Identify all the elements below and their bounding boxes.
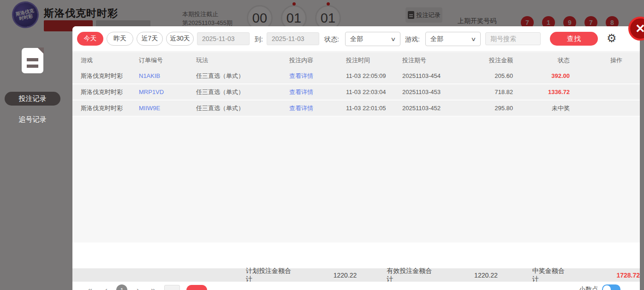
page-jump-input[interactable] bbox=[164, 285, 180, 290]
cell-issue: 20251103-454 bbox=[402, 72, 488, 79]
cell-issue: 20251103-453 bbox=[402, 89, 488, 95]
cell-issue: 20251103-452 bbox=[402, 105, 488, 112]
prev-page-button[interactable]: ‹ bbox=[101, 285, 111, 290]
planned-total-value: 1220.22 bbox=[333, 272, 357, 279]
cell-time: 11-03 22:03:04 bbox=[346, 89, 402, 95]
chevron-down-icon: ∨ bbox=[471, 36, 476, 42]
date-from-input[interactable] bbox=[197, 32, 250, 45]
sidebar-item-chase-records[interactable]: 追号记录 bbox=[5, 112, 60, 126]
issue-search-input[interactable] bbox=[485, 32, 541, 45]
page-jump-button[interactable] bbox=[186, 285, 207, 290]
cell-play: 任三直选（单式） bbox=[196, 104, 289, 112]
status-select[interactable]: 全部 ∨ bbox=[345, 32, 400, 46]
current-page-badge[interactable]: 1 bbox=[116, 284, 127, 290]
cell-amount: 295.80 bbox=[488, 105, 513, 112]
header-action: 操作 bbox=[570, 56, 622, 65]
header-game: 游戏 bbox=[72, 56, 139, 65]
totals-bar: 计划投注金额合计 1220.22 有效投注金额合计 1220.22 中奖金额合计… bbox=[72, 268, 640, 282]
quick-filter-today[interactable]: 今天 bbox=[77, 32, 103, 46]
table-row: 斯洛伐克时时彩 MRP1VD 任三直选（单式） 查看详情 11-03 22:03… bbox=[72, 84, 640, 101]
header-order: 订单编号 bbox=[139, 56, 196, 65]
table-row: 斯洛伐克时时彩 N1AKIB 任三直选（单式） 查看详情 11-03 22:05… bbox=[72, 68, 640, 84]
to-label: 到: bbox=[255, 36, 263, 44]
date-to-input[interactable] bbox=[267, 32, 319, 45]
order-link[interactable]: N1AKIB bbox=[139, 72, 160, 79]
view-details-link[interactable]: 查看详情 bbox=[289, 105, 313, 112]
gear-icon[interactable]: ⚙ bbox=[607, 31, 617, 45]
header-amount: 投注金额 bbox=[488, 56, 513, 65]
toggle-knob bbox=[603, 285, 611, 290]
cell-time: 11-03 22:05:09 bbox=[346, 72, 402, 79]
cell-time: 11-03 22:01:05 bbox=[346, 105, 402, 112]
chevron-down-icon: ∨ bbox=[390, 36, 396, 42]
cell-game: 斯洛伐克时时彩 bbox=[72, 88, 139, 96]
win-total-value: 1728.72 bbox=[613, 272, 640, 279]
quick-filter-yesterday[interactable]: 昨天 bbox=[107, 32, 133, 46]
decimal-toggle-group: 小数点 bbox=[579, 284, 620, 290]
filter-bar: 今天 昨天 近7天 近30天 到: 状态: 全部 ∨ 游戏: 全部 ∨ 查找 ⚙ bbox=[72, 26, 640, 52]
sidebar-item-bet-records[interactable]: 投注记录 bbox=[5, 92, 60, 106]
quick-filter-30days[interactable]: 近30天 bbox=[166, 32, 194, 46]
game-select-value: 全部 bbox=[430, 35, 443, 43]
bet-records-modal: 今天 昨天 近7天 近30天 到: 状态: 全部 ∨ 游戏: 全部 ∨ 查找 ⚙… bbox=[72, 26, 640, 290]
view-details-link[interactable]: 查看详情 bbox=[289, 72, 313, 79]
modal-sidebar: 投注记录 追号记录 bbox=[0, 26, 72, 290]
decimal-label: 小数点 bbox=[579, 285, 598, 290]
cell-status: 未中奖 bbox=[513, 104, 570, 112]
view-details-link[interactable]: 查看详情 bbox=[289, 89, 313, 95]
valid-total-value: 1220.22 bbox=[473, 272, 498, 279]
order-link[interactable]: MRP1VD bbox=[139, 89, 164, 95]
cell-game: 斯洛伐克时时彩 bbox=[72, 104, 139, 112]
decimal-toggle[interactable] bbox=[602, 284, 620, 290]
records-icon bbox=[22, 48, 43, 73]
header-time: 投注时间 bbox=[346, 56, 402, 65]
table-header: 游戏 订单编号 玩法 投注内容 投注时间 投注期号 投注金额 状态 操作 bbox=[72, 52, 640, 68]
cell-status: 392.00 bbox=[513, 72, 570, 79]
pagination-bar: « ‹ 1 › » 小数点 bbox=[72, 282, 640, 290]
quick-filter-7days[interactable]: 近7天 bbox=[137, 32, 163, 46]
search-button[interactable]: 查找 bbox=[550, 32, 598, 46]
first-page-button[interactable]: « bbox=[85, 285, 95, 290]
folded-corner bbox=[37, 47, 44, 54]
screen: 斯洛伐克 时时彩 斯洛伐克时时彩 本期投注截止 第20251103-455期 0… bbox=[0, 0, 644, 290]
cell-amount: 718.82 bbox=[488, 89, 513, 95]
game-select[interactable]: 全部 ∨ bbox=[425, 32, 481, 46]
header-status: 状态 bbox=[513, 56, 570, 65]
header-play: 玩法 bbox=[196, 56, 289, 65]
planned-total-label: 计划投注金额合计 bbox=[246, 267, 296, 284]
last-page-button[interactable]: » bbox=[149, 285, 158, 290]
game-label: 游戏: bbox=[405, 36, 420, 44]
table-row: 斯洛伐克时时彩 MIIW9E 任三直选（单式） 查看详情 11-03 22:01… bbox=[72, 101, 640, 117]
win-total-label: 中奖金额合计 bbox=[532, 267, 570, 284]
records-table: 游戏 订单编号 玩法 投注内容 投注时间 投注期号 投注金额 状态 操作 斯洛伐… bbox=[72, 52, 640, 243]
cell-play: 任三直选（单式） bbox=[196, 88, 289, 96]
next-page-button[interactable]: › bbox=[133, 285, 143, 290]
cell-amount: 205.60 bbox=[488, 72, 513, 79]
cell-game: 斯洛伐克时时彩 bbox=[72, 72, 139, 80]
status-select-value: 全部 bbox=[350, 35, 363, 43]
status-label: 状态: bbox=[324, 36, 339, 44]
valid-total-label: 有效投注金额合计 bbox=[387, 267, 436, 284]
cell-status: 1336.72 bbox=[513, 89, 570, 95]
order-link[interactable]: MIIW9E bbox=[139, 105, 160, 112]
header-content: 投注内容 bbox=[289, 56, 346, 65]
cell-play: 任三直选（单式） bbox=[196, 72, 289, 80]
header-issue: 投注期号 bbox=[402, 56, 488, 65]
